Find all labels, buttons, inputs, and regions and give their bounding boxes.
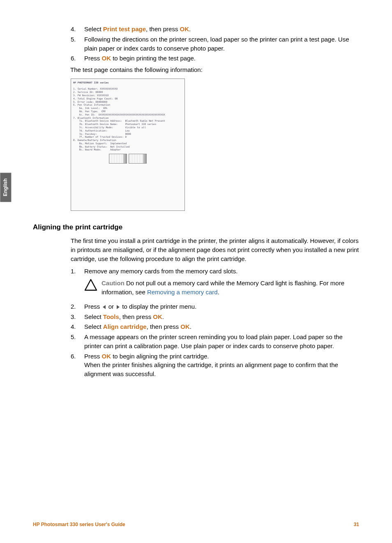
figure-line: 7a. Bluetooth Device Address: Bluetooth …: [73, 119, 182, 122]
figure-line: 8a. Motion Support: Implemented: [73, 142, 182, 145]
step-num: 6.: [71, 352, 84, 379]
text: Select: [84, 313, 103, 320]
figure-line: 7f. Number of Trusted Devices: 0: [73, 135, 182, 139]
figure-line: 7. Bluetooth Information: [73, 116, 182, 120]
text: , then press: [147, 323, 181, 330]
caution-text: Caution Do not pull out a memory card wh…: [101, 279, 359, 297]
step-num: 4.: [71, 25, 84, 34]
text: Press: [84, 55, 102, 62]
color-bar: [109, 154, 127, 164]
text: .: [218, 289, 219, 296]
step-body: Remove any memory cards from the memory …: [84, 267, 359, 301]
step-num: 2.: [71, 302, 84, 311]
figure-line: 7d. Authentication: Low: [73, 129, 182, 132]
text: or: [107, 303, 116, 310]
removing-memory-card-link[interactable]: Removing a memory card: [147, 289, 218, 296]
figure-bars: [73, 154, 182, 164]
footer-page-number: 31: [354, 521, 359, 528]
tools-label: Tools: [103, 313, 119, 320]
figure-title: HP PHOTOSMART 330 series: [73, 81, 182, 84]
align-step-2: 2. Press or to display the printer menu.: [71, 302, 359, 311]
align-step-6: 6. Press OK to begin aligning the print …: [71, 352, 359, 379]
right-arrow-icon: [115, 305, 120, 310]
color-bar: [129, 154, 147, 164]
ok-label: OK: [102, 55, 111, 62]
step-body: Press or to display the printer menu.: [84, 302, 359, 311]
text: .: [189, 25, 191, 32]
caution-note: Caution Do not pull out a memory card wh…: [84, 279, 359, 297]
align-step-5: 5. A message appears on the printer scre…: [71, 333, 359, 351]
text: , then press: [146, 25, 180, 32]
figure-line: 6c. Pen ID: XXXXXXXXXXXXXXXXXXXXXXXXXXXX…: [73, 113, 182, 116]
text: to begin aligning the print cartridge.: [111, 353, 209, 360]
step-5: 5. Following the directions on the print…: [71, 35, 359, 53]
step-body: Following the directions on the printer …: [84, 35, 359, 53]
page-footer: HP Photosmart 330 series User's Guide 31: [33, 521, 359, 528]
step-num: 6.: [71, 54, 84, 63]
align-step-3: 3. Select Tools, then press OK.: [71, 312, 359, 321]
caution-label: Caution: [101, 280, 125, 287]
figure-line: 8b. Battery Status: Not Installed: [73, 145, 182, 148]
ok-label: OK: [180, 323, 190, 330]
step-num: 1.: [71, 267, 84, 301]
figure-line: 6a. Ink Level: 10%: [73, 106, 182, 110]
ok-label: OK: [153, 313, 162, 320]
text: to begin printing the test page.: [111, 55, 196, 62]
align-intro-paragraph: The first time you install a print cartr…: [71, 236, 359, 263]
step-body: Select Print test page, then press OK.: [84, 25, 359, 34]
ok-label: OK: [180, 25, 189, 32]
figure-line: 7e. Passkey: 0000: [73, 132, 182, 136]
step-num: 3.: [71, 312, 84, 321]
print-test-page-label: Print test page: [103, 25, 146, 32]
caution-icon: [84, 279, 97, 291]
text: , then press: [119, 313, 153, 320]
step-body: Select Align cartridge, then press OK.: [84, 322, 359, 331]
figure-line: 6b. Pen Type: CMY: [73, 110, 182, 113]
footer-doc-title: HP Photosmart 330 series User's Guide: [33, 521, 125, 528]
figure-line: 8. Remote/Battery Information: [73, 139, 182, 142]
language-tab: English: [0, 173, 11, 202]
procedure-steps-top: 4. Select Print test page, then press OK…: [71, 25, 359, 63]
page-content: 4. Select Print test page, then press OK…: [33, 25, 359, 379]
step-body: Press OK to begin aligning the print car…: [84, 352, 359, 379]
step-body: Select Tools, then press OK.: [84, 312, 359, 321]
step-num: 5.: [71, 35, 84, 53]
step-body: Press OK to begin printing the test page…: [84, 54, 359, 63]
figure-line: 3. FW Revision: XXXXXXXX: [73, 94, 182, 97]
text: Press: [84, 303, 102, 310]
figure-line: 4. Total Engine Page Count: 00: [73, 97, 182, 100]
left-arrow-icon: [102, 305, 107, 310]
step-num: 4.: [71, 322, 84, 331]
text: Remove any memory cards from the memory …: [84, 268, 238, 275]
step-num: 5.: [71, 333, 84, 351]
text: Do not pull out a memory card while the …: [101, 280, 344, 296]
figure-line: 7b. Bluetooth Device Name: Photosmart 33…: [73, 122, 182, 126]
test-page-intro: The test page contains the following inf…: [70, 65, 359, 74]
text: .: [162, 313, 164, 320]
procedure-steps-align: 1. Remove any memory cards from the memo…: [71, 267, 359, 379]
figure-line: 5. Error code: 00000000: [73, 100, 182, 104]
step-4: 4. Select Print test page, then press OK…: [71, 25, 359, 34]
align-cartridge-label: Align cartridge: [103, 323, 147, 330]
text: When the printer finishes aligning the c…: [84, 361, 338, 377]
section-heading-align: Aligning the print cartridge: [33, 222, 359, 233]
align-step-1: 1. Remove any memory cards from the memo…: [71, 267, 359, 301]
figure-line: 6. Pen Status Information: [73, 103, 182, 106]
text: Select: [84, 323, 103, 330]
text: .: [190, 323, 191, 330]
align-step-4: 4. Select Align cartridge, then press OK…: [71, 322, 359, 331]
step-6: 6. Press OK to begin printing the test p…: [71, 54, 359, 63]
figure-line: 8c. Board Mode: Adapter: [73, 148, 182, 151]
figure-line: 1. Serial Number: XXXXXXXXXXXX: [73, 87, 182, 90]
step-body: A message appears on the printer screen …: [84, 333, 359, 351]
text: Select: [84, 25, 103, 32]
figure-line: 2. Service ID: 00000: [73, 90, 182, 94]
figure-line: 7c. Accessibility Mode: Visible to all: [73, 126, 182, 129]
text: Press: [84, 353, 102, 360]
test-page-figure: HP PHOTOSMART 330 series 1. Serial Numbe…: [71, 79, 185, 211]
figure-line: [73, 84, 182, 88]
ok-label: OK: [102, 353, 111, 360]
text: to display the printer menu.: [120, 303, 196, 310]
